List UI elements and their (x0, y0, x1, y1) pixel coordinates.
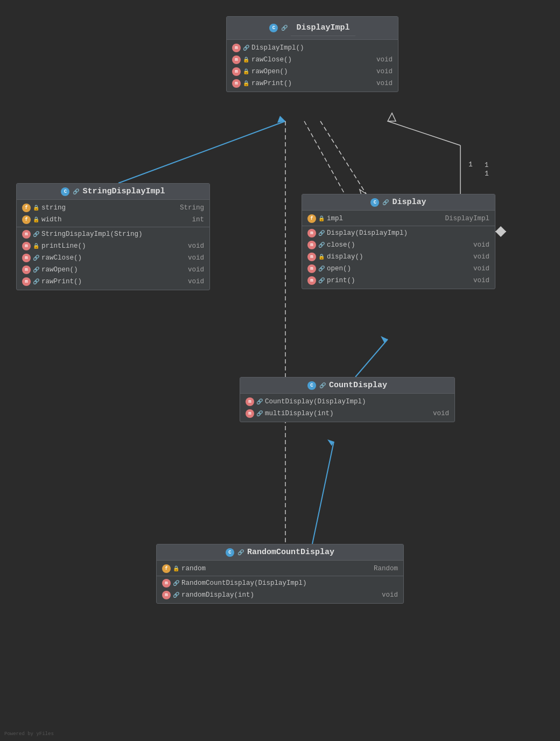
badge-m: m (307, 264, 316, 273)
lock-icon: 🔒 (33, 243, 39, 249)
svg-line-12 (388, 121, 460, 145)
class-randomcountdisplay-badge: C (226, 548, 234, 557)
class-display-body: f 🔒 impl DisplayImpl m 🔗 Display(Display… (302, 211, 495, 289)
table-row: m 🔗 RandomCountDisplay(DisplayImpl) (157, 577, 403, 589)
lock-icon: 🔒 (243, 57, 249, 63)
label-one-right: 1 (485, 170, 489, 178)
class-stringdisplayimpl-badge: C (61, 187, 69, 196)
svg-marker-1 (277, 116, 285, 123)
badge-m: m (22, 277, 31, 286)
class-display: C 🔗 Display f 🔒 impl DisplayImpl m 🔗 Dis… (302, 194, 495, 289)
table-row: m 🔒 rawPrint() void (227, 78, 398, 89)
class-countdisplay-badge: C (307, 381, 316, 390)
table-row: m 🔗 multiDisplay(int) void (240, 408, 454, 420)
badge-m: m (307, 229, 316, 237)
link-icon: 🔗 (243, 45, 249, 51)
class-randomcountdisplay-name: RandomCountDisplay (247, 548, 334, 557)
class-display-header: C 🔗 Display (302, 194, 495, 211)
table-row: m 🔗 open() void (302, 263, 495, 275)
class-display-badge: C (370, 198, 379, 207)
badge-m: m (232, 55, 241, 64)
table-row: m 🔗 randomDisplay(int) void (157, 589, 403, 601)
table-row: m 🔗 rawOpen() void (17, 264, 209, 276)
table-row: m 🔗 rawClose() void (17, 252, 209, 264)
svg-marker-8 (495, 226, 506, 237)
table-row: m 🔒 printLine() void (17, 240, 209, 252)
badge-m: m (232, 67, 241, 76)
table-row: m 🔒 rawOpen() void (227, 66, 398, 78)
badge-m: m (162, 579, 171, 588)
link-icon: 🔗 (173, 592, 179, 598)
class-displayimpl-name: DisplayImpl (291, 20, 355, 36)
class-stringdisplayimpl-link-icon: 🔗 (73, 188, 79, 195)
class-randomcountdisplay-link-icon: 🔗 (237, 549, 244, 556)
badge-m: m (22, 254, 31, 262)
badge-m: m (232, 79, 241, 88)
lock-icon: 🔒 (318, 215, 325, 222)
class-stringdisplayimpl-name: StringDisplayImpl (82, 187, 165, 196)
badge-m: m (232, 44, 241, 52)
table-row: m 🔗 Display(DisplayImpl) (302, 227, 495, 239)
table-row: f 🔒 impl DisplayImpl (302, 213, 495, 225)
lock-icon: 🔒 (243, 68, 249, 75)
badge-m: m (246, 397, 254, 406)
badge-m: m (22, 265, 31, 274)
link-icon: 🔗 (256, 410, 263, 417)
svg-line-0 (118, 121, 285, 183)
badge-m: m (307, 241, 316, 249)
class-randomcountdisplay-body: f 🔒 random Random m 🔗 RandomCountDisplay… (157, 561, 403, 603)
class-stringdisplayimpl-body: f 🔒 string String f 🔒 width int m 🔗 Stri… (17, 200, 209, 290)
link-icon: 🔗 (318, 277, 325, 284)
svg-marker-13 (388, 113, 396, 121)
badge-m: m (307, 253, 316, 261)
table-row: m 🔗 StringDisplayImpl(String) (17, 228, 209, 240)
class-displayimpl-header: C 🔗 DisplayImpl (227, 17, 398, 40)
link-icon: 🔗 (33, 278, 39, 285)
label-one-top: 1 (468, 160, 473, 169)
badge-m: m (162, 591, 171, 599)
table-row: m 🔗 DisplayImpl() (227, 42, 398, 54)
class-display-link-icon: 🔗 (382, 199, 389, 206)
link-icon: 🔗 (318, 265, 325, 272)
table-row: m 🔒 display() void (302, 251, 495, 263)
class-countdisplay: C 🔗 CountDisplay m 🔗 CountDisplay(Displa… (240, 377, 455, 422)
class-countdisplay-link-icon: 🔗 (319, 382, 326, 389)
class-stringdisplayimpl: C 🔗 StringDisplayImpl f 🔒 string String … (16, 183, 210, 290)
class-randomcountdisplay-header: C 🔗 RandomCountDisplay (157, 544, 403, 561)
lock-icon: 🔒 (33, 205, 39, 211)
class-countdisplay-header: C 🔗 CountDisplay (240, 378, 454, 394)
class-displayimpl-body: m 🔗 DisplayImpl() m 🔒 rawClose() void m … (227, 40, 398, 92)
connectors-svg: 1 1 (0, 0, 560, 741)
diagram-container: 1 1 C 🔗 DisplayImpl m 🔗 DisplayImpl() m (0, 0, 560, 741)
svg-marker-15 (381, 336, 388, 343)
table-row: f 🔒 width int (17, 214, 209, 226)
lock-icon: 🔒 (33, 216, 39, 223)
badge-m: m (307, 276, 316, 285)
badge-m: m (246, 409, 254, 418)
badge-f: f (162, 564, 171, 573)
lock-icon: 🔒 (318, 254, 325, 260)
svg-line-6 (304, 121, 345, 194)
table-row: m 🔗 print() void (302, 275, 495, 286)
lock-icon: 🔒 (173, 565, 179, 572)
class-displayimpl-badge: C (269, 24, 278, 32)
svg-line-4 (320, 121, 366, 194)
badge-f: f (22, 215, 31, 224)
link-icon: 🔗 (173, 580, 179, 586)
svg-line-16 (312, 442, 334, 544)
table-row: f 🔒 string String (17, 202, 209, 214)
lock-icon: 🔒 (243, 80, 249, 87)
link-icon: 🔗 (33, 255, 39, 261)
svg-line-14 (355, 339, 388, 377)
class-stringdisplayimpl-header: C 🔗 StringDisplayImpl (17, 184, 209, 200)
class-countdisplay-name: CountDisplay (329, 381, 387, 390)
badge-f: f (307, 214, 316, 223)
class-display-name: Display (392, 198, 426, 207)
link-icon: 🔗 (318, 242, 325, 248)
class-displayimpl: C 🔗 DisplayImpl m 🔗 DisplayImpl() m 🔒 ra… (226, 16, 398, 92)
link-icon: 🔗 (33, 231, 39, 237)
watermark: Powered by yFiles (4, 731, 54, 737)
class-countdisplay-body: m 🔗 CountDisplay(DisplayImpl) m 🔗 multiD… (240, 394, 454, 422)
table-row: f 🔒 random Random (157, 563, 403, 575)
class-displayimpl-link-icon: 🔗 (281, 25, 288, 31)
